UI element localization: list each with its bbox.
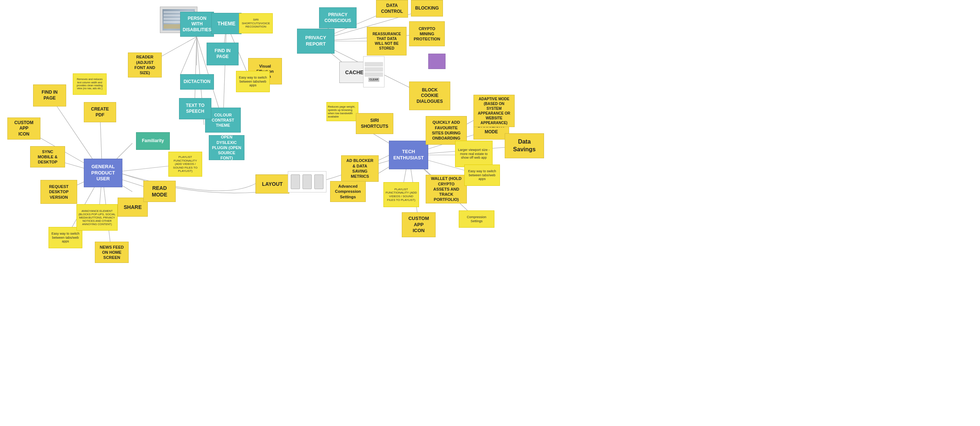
advanced-compression-settings[interactable]: AdvancedCompressionSettings bbox=[330, 181, 366, 202]
layout[interactable]: LAYOUT bbox=[256, 174, 289, 193]
privacy-conscious[interactable]: PRIVACYCONSCIOUS bbox=[319, 7, 356, 28]
svg-line-15 bbox=[195, 37, 197, 99]
read-mode[interactable]: READMODE bbox=[143, 181, 176, 202]
layout-icons bbox=[288, 171, 326, 192]
easy-switch-center: Easy way to switch between tabs/web apps bbox=[236, 71, 270, 92]
data-savings[interactable]: DataSavings bbox=[505, 133, 544, 158]
privacy-report[interactable]: PRIVACYREPORT bbox=[297, 29, 334, 54]
siri-shortcuts-voice: SIRI SHORTCUTS/VOICE RECOGNITION bbox=[239, 13, 273, 33]
small-text-note-cache: Reduces page weight, speeds up browsing … bbox=[326, 102, 358, 121]
svg-line-13 bbox=[180, 37, 197, 75]
compression-settings: Compression Settings bbox=[459, 211, 495, 228]
playlist-functionality-right: PLAYLIST FUNCTIONALITY (ADD VIDEOS / SOU… bbox=[383, 182, 419, 207]
svg-line-20 bbox=[223, 24, 226, 120]
find-in-page-left[interactable]: FIND INPAGE bbox=[33, 84, 66, 106]
larger-viewport: Larger viewport size - more real estate … bbox=[455, 141, 493, 167]
find-in-page-center[interactable]: FIND INPAGE bbox=[207, 43, 239, 65]
crypto-mining-protection[interactable]: CRYPTOMININGPROTECTION bbox=[409, 21, 445, 46]
text-to-speech[interactable]: TEXT TOSPEECH bbox=[179, 98, 212, 119]
tech-enthusiast[interactable]: TECHENTHUSIAST bbox=[389, 141, 428, 169]
wallet[interactable]: WALLET (HOLDCRYPTOASSETS ANDTRACKPORTFOL… bbox=[426, 175, 467, 203]
annoyance-element: ANNOYANCE ELEMENT (BLOCKS POP-UPS, SOCIA… bbox=[76, 204, 118, 231]
easy-switch-right: Easy way to switch between tabs/web apps bbox=[464, 165, 500, 186]
adaptive-mode[interactable]: ADAPTIVE MODE(BASED ONSYSTEMAPPEARANCE O… bbox=[474, 95, 515, 127]
general-product-user[interactable]: GENERALPRODUCTUSER bbox=[84, 158, 123, 187]
news-feed-home-screen[interactable]: NEWS FEEDON HOMESCREEN bbox=[95, 242, 129, 263]
sync-mobile-desktop[interactable]: SYNCMOBILE &DESKTOP bbox=[30, 146, 65, 168]
reassurance-data[interactable]: REASSURANCETHAT DATAWILL NOT BESTORED bbox=[367, 27, 407, 55]
familiarity[interactable]: Familiarity bbox=[136, 132, 170, 150]
create-pdf[interactable]: CREATEPDF bbox=[84, 102, 116, 122]
mindmap-canvas: Accessibility toolbar[adjusts text size … bbox=[0, 0, 980, 426]
request-desktop-version[interactable]: REQUESTDESKTOPVERSION bbox=[40, 180, 77, 204]
cache-details: CLEAR bbox=[363, 56, 385, 87]
playlist-functionality-left: PLAYLIST FUNCTIONALITY (ADD VIDEOS / SOU… bbox=[169, 152, 202, 177]
data-control[interactable]: DATACONTROL bbox=[376, 0, 408, 17]
dictaction[interactable]: DICTACTION bbox=[180, 74, 214, 90]
purple-sticky bbox=[428, 54, 445, 69]
block-cookie-dialogues[interactable]: BLOCKCOOKIEDIALOGUES bbox=[409, 82, 450, 110]
reader-adjust-font[interactable]: READER(ADJUSTFONT ANDSIZE) bbox=[128, 52, 162, 78]
small-note-reader: Removes and reduces text column width an… bbox=[73, 73, 107, 95]
open-dyslexic-plugin[interactable]: OPENDYSLEXICPLUGIN (OPENSOURCE FONT) bbox=[209, 135, 245, 160]
blocking[interactable]: BLOCKING bbox=[411, 0, 443, 16]
ad-blocker-data-saving[interactable]: AD BLOCKER& DATASAVINGMETRICS bbox=[341, 155, 379, 182]
custom-app-icon-right[interactable]: CUSTOMAPPICON bbox=[402, 212, 436, 237]
custom-app-icon-left[interactable]: CUSTOMAPPICON bbox=[7, 117, 40, 139]
siri-shortcuts[interactable]: SIRISHORTCUTS bbox=[356, 113, 393, 134]
theme[interactable]: THEME bbox=[212, 13, 242, 34]
person-with-disabilities[interactable]: PERSONWITHDISABILITIES bbox=[180, 12, 214, 37]
